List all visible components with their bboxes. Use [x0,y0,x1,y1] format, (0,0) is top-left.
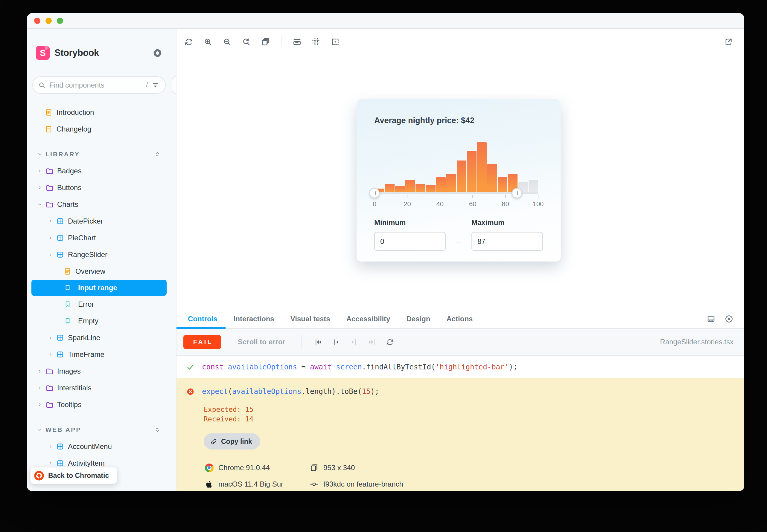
skip-start-icon[interactable] [314,338,322,346]
copy-link-button[interactable]: Copy link [204,433,260,450]
scroll-to-error-button[interactable]: Scroll to error [238,338,285,346]
chevron-right-icon[interactable] [48,252,53,257]
axis-tick [407,195,407,198]
sidebar-item-datepicker[interactable]: DatePicker [27,213,176,230]
axis-tick-label: 20 [398,200,416,208]
sidebar-item-timeframe[interactable]: TimeFrame [27,346,176,363]
zoom-reset-icon[interactable] [242,37,251,46]
tab-accessibility[interactable]: Accessibility [338,309,398,328]
axis-tick-label: 60 [464,200,482,208]
axis-tick [472,195,473,198]
search-input[interactable] [49,81,142,89]
zoom-out-icon[interactable] [223,37,232,46]
sidebar-item-sparkline[interactable]: SparkLine [27,329,176,346]
component-icon [56,459,64,467]
sidebar-item-label: Input range [78,284,117,292]
sidebar-item-introduction[interactable]: Introduction [27,104,176,121]
maximum-input[interactable] [471,232,543,251]
histogram-bar-muted [528,180,538,193]
close-panel-icon[interactable] [725,314,734,323]
open-canvas-in-new-tab-icon[interactable] [724,37,733,46]
sidebar-item-buttons[interactable]: Buttons [27,179,176,196]
histogram-bar-highlighted [426,185,436,193]
panel-position-icon[interactable] [707,314,716,323]
axis-tick [538,195,538,198]
chevron-right-icon[interactable] [48,444,53,449]
component-icon [56,443,64,450]
histogram-bar-highlighted [385,184,394,193]
back-to-chromatic-button[interactable]: Back to Chromatic [30,467,117,484]
restart-icon[interactable] [386,338,394,346]
sidebar-item-charts[interactable]: Charts [27,196,176,213]
code-token: expect [202,387,228,396]
grid-icon[interactable] [312,37,321,46]
search-box[interactable]: / [32,76,166,94]
sidebar-item-piechart[interactable]: PieChart [27,230,176,246]
sidebar-item-accountmenu[interactable]: AccountMenu [27,438,176,455]
search-icon [38,82,45,89]
outline-icon[interactable] [331,37,340,46]
slider-handle-max[interactable] [512,188,522,198]
chevron-right-icon[interactable] [48,461,53,466]
sidebar-item-error[interactable]: Error [27,296,176,313]
sidebar-item-empty[interactable]: Empty [27,313,176,329]
sidebar-item-overview[interactable]: Overview [27,263,176,280]
minimum-label: Minimum [374,218,446,227]
code-token: .length).toBe( [301,387,362,396]
sidebar-section-library[interactable]: LIBRARY [27,146,176,163]
window-close-button[interactable] [34,18,40,24]
sidebar-item-tooltips[interactable]: Tooltips [27,396,176,413]
tab-interactions[interactable]: Interactions [226,309,282,328]
chevron-right-icon[interactable] [48,235,53,241]
tab-visual-tests[interactable]: Visual tests [282,309,338,328]
test-error-block: expect(availableOptions.length).toBe(15)… [176,378,744,491]
env-label: f93kdc on feature-branch [323,480,403,488]
slider-handle-min[interactable] [369,188,380,198]
tab-controls[interactable]: Controls [176,309,226,328]
sync-icon[interactable] [184,37,193,46]
sidebar-item-rangeslider[interactable]: RangeSlider [27,246,176,263]
sidebar-item-label: Empty [78,317,98,325]
chevron-right-icon[interactable] [37,402,42,407]
gear-icon[interactable] [153,48,162,58]
add-story-button[interactable] [172,76,176,94]
layers-icon[interactable] [261,37,270,46]
chevron-right-icon[interactable] [37,185,42,190]
chevron-right-icon[interactable] [48,352,53,357]
window-minimize-button[interactable] [45,18,52,24]
collapse-expand-icon[interactable] [154,151,160,158]
ruler-icon[interactable] [293,37,302,46]
collapse-expand-icon[interactable] [154,426,160,433]
minimum-input[interactable] [374,232,446,251]
sidebar-item-changelog[interactable]: Changelog [27,121,176,137]
filter-icon[interactable] [152,81,159,89]
chevron-down-icon[interactable] [37,202,42,207]
env-953-x-340: 953 x 340 [310,463,732,472]
histogram-bar-highlighted [405,180,415,193]
tab-design[interactable]: Design [398,309,438,328]
window-zoom-button[interactable] [57,18,63,24]
chevron-down-icon[interactable] [37,427,42,432]
sidebar-item-interstitials[interactable]: Interstitials [27,380,176,396]
chevron-right-icon[interactable] [37,168,42,174]
chevron-down-icon[interactable] [37,152,42,157]
chevron-right-icon[interactable] [37,369,42,374]
code-token: ); [509,363,517,371]
axis-tick [505,195,506,198]
tab-actions[interactable]: Actions [438,309,481,328]
sidebar-section-web-app[interactable]: WEB APP [27,421,176,438]
sidebar-item-input-range[interactable]: Input range [31,280,166,296]
axis-tick-label: 100 [529,200,547,208]
step-back-icon[interactable] [332,338,340,346]
axis-tick-label: 40 [431,200,449,208]
tab-list: ControlsInteractionsVisual testsAccessib… [176,309,481,328]
chevron-right-icon[interactable] [48,218,53,224]
zoom-in-icon[interactable] [204,37,213,46]
code-token: availableOptions [232,387,301,396]
back-to-chromatic-label: Back to Chromatic [48,472,109,480]
chromatic-logo-icon [34,470,44,481]
sidebar-item-badges[interactable]: Badges [27,163,176,179]
chevron-right-icon[interactable] [37,385,42,391]
chevron-right-icon[interactable] [48,335,53,340]
sidebar-item-images[interactable]: Images [27,363,176,380]
